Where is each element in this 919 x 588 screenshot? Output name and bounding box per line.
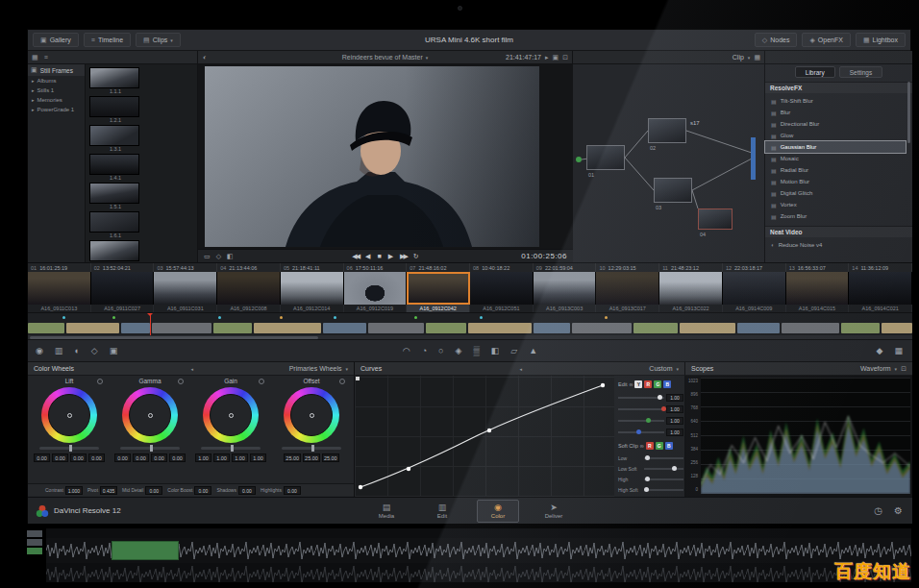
still-thumbnail[interactable] (89, 67, 139, 88)
timeline-clip-block[interactable] (28, 323, 64, 333)
gamma-color-wheel[interactable] (122, 387, 178, 443)
timeline-clip-block[interactable] (426, 323, 466, 333)
clip-thumbnail[interactable] (217, 272, 281, 305)
gallery-button[interactable]: ▣ Gallery (33, 33, 79, 47)
timeline-clip-block[interactable] (572, 323, 632, 333)
clip-name[interactable]: A16_0911C027 (91, 305, 155, 312)
adjustment-value[interactable]: 1.000 (65, 486, 83, 495)
grid-view-icon[interactable]: ▣ (553, 54, 559, 61)
play-icon[interactable]: ▸ (545, 54, 549, 61)
add-node-icon[interactable]: ▦ (754, 54, 760, 61)
still-thumbnail[interactable] (89, 211, 139, 233)
fx-item[interactable]: ▤ Zoom Blur (765, 210, 906, 222)
timeline-clip-block[interactable] (254, 323, 321, 333)
fx-item[interactable]: ◐ Reduce Noise v4 (765, 239, 906, 251)
reset-icon[interactable] (339, 379, 345, 384)
play-button-icon[interactable]: ▶ (388, 253, 393, 260)
clip-thumbnail[interactable] (849, 272, 912, 305)
slider-handle[interactable] (644, 487, 649, 492)
still-thumbnail[interactable] (89, 154, 139, 175)
gain-color-wheel[interactable] (203, 387, 259, 443)
channel-r-button[interactable]: R (644, 380, 652, 388)
image-wipe-icon[interactable]: ◐ (203, 54, 207, 61)
marker-cyan[interactable] (334, 316, 336, 319)
adjustment-value[interactable]: 0.435 (100, 486, 117, 495)
chevron-down-icon[interactable]: ▾ (345, 366, 348, 372)
timeline-clip-block[interactable] (782, 323, 839, 333)
reset-icon[interactable] (259, 379, 264, 384)
stop-icon[interactable]: ■ (377, 253, 381, 260)
page-edit[interactable]: ▥ Edit (421, 500, 463, 523)
clip-timecode-cell[interactable]: 08 10:40:18:22 (470, 263, 534, 272)
zoom-tool-icon[interactable]: ◧ (227, 253, 234, 260)
timeline-clip-block[interactable] (152, 323, 211, 333)
node-02[interactable] (648, 118, 686, 143)
timeline-clip-block[interactable] (737, 323, 780, 333)
fx-item[interactable]: ▤ Mosaic (765, 153, 906, 164)
g-channel-slider[interactable] (618, 420, 664, 422)
gallery-album-item[interactable]: ▸ PowerGrade 1 (28, 105, 85, 114)
gamma-master-slider[interactable] (120, 447, 180, 450)
timeline-clip-block[interactable] (66, 323, 119, 333)
clip-thumbnail[interactable] (596, 272, 659, 305)
timeline-clip-block[interactable] (534, 323, 570, 333)
annotate-tool-icon[interactable]: ◇ (216, 253, 221, 260)
rgb-mixer-tool-icon[interactable]: ◐ (74, 346, 79, 355)
node-input-green[interactable] (576, 157, 582, 162)
clip-timecode-cell[interactable]: 05 21:18:41:11 (281, 263, 344, 272)
power-window-tool-icon[interactable]: ○ (438, 346, 443, 355)
clip-timecode-cell[interactable]: 07 21:48:16:02 (407, 263, 470, 272)
b-channel-slider[interactable] (618, 431, 664, 433)
clips-button[interactable]: ▤ Clips ▾ (136, 33, 181, 47)
fx-section-resolvefx[interactable]: ResolveFX (765, 82, 912, 93)
blur-tool-icon[interactable]: ▒ (473, 346, 479, 355)
b-channel-value[interactable]: 1.00 (666, 429, 683, 436)
fx-item[interactable]: ▤ Gaussian Blur (765, 141, 906, 153)
node-04[interactable] (698, 208, 733, 230)
openfx-tab[interactable]: Settings (839, 66, 883, 78)
slider-track[interactable] (644, 457, 683, 459)
keyframes-icon[interactable]: ◆ (877, 346, 883, 355)
gallery-still[interactable]: 1.2.1 (89, 96, 141, 123)
node-mode-label[interactable]: Clip (733, 54, 744, 61)
gallery-album-item[interactable]: ▸ Stills 1 (28, 86, 85, 95)
gallery-album-item[interactable]: ▸ Albums (28, 76, 85, 86)
fx-item[interactable]: ▤ Directional Blur (765, 118, 906, 130)
color-wheels-tool-icon[interactable]: ◉ (36, 346, 43, 355)
crop-tool-icon[interactable]: ▭ (204, 253, 211, 260)
marker-cyan[interactable] (480, 316, 483, 319)
clip-thumbnail[interactable] (28, 272, 91, 305)
timeline-button[interactable]: ≡ Timeline (84, 33, 131, 47)
channel-b-button[interactable]: B (663, 380, 671, 388)
value-box[interactable]: 0.00 (133, 453, 149, 462)
timeline-clip-block[interactable] (841, 323, 880, 333)
gallery-album-item[interactable]: ▸ Memories (28, 95, 85, 105)
gang-link-icon[interactable]: ∞ (640, 443, 644, 449)
offset-color-wheel[interactable] (284, 387, 339, 443)
softclip-r-button[interactable]: R (646, 442, 654, 450)
value-box[interactable]: 25.00 (284, 453, 301, 462)
clip-thumbnail[interactable] (470, 272, 534, 305)
fx-item[interactable]: ▤ Tilt-Shift Blur (765, 95, 906, 107)
chevron-down-icon[interactable]: ▾ (895, 366, 898, 372)
value-box[interactable]: 1.00 (213, 453, 230, 462)
prev-clip-icon[interactable]: ◀◀ (352, 253, 359, 260)
chevron-down-icon[interactable]: ▾ (426, 55, 429, 61)
adjustment-value[interactable]: 0.00 (238, 486, 256, 495)
clip-name[interactable]: A16_0913C017 (596, 305, 659, 312)
value-box[interactable]: 25.00 (303, 453, 320, 462)
chevron-down-icon[interactable]: ▾ (748, 55, 751, 61)
reset-icon[interactable] (178, 379, 184, 384)
timeline-clip-block[interactable] (121, 323, 150, 333)
node-output-blue[interactable] (751, 137, 756, 180)
info-icon[interactable]: ▦ (894, 346, 903, 355)
timeline-clip-block[interactable] (368, 323, 424, 333)
clip-name[interactable]: A16_0912C042 (407, 305, 470, 312)
slider-track[interactable] (644, 489, 683, 491)
y-channel-value[interactable]: 1.00 (666, 394, 683, 402)
curve-graph[interactable] (355, 376, 614, 497)
fx-item[interactable]: ▤ Digital Glitch (765, 187, 906, 199)
channel-g-button[interactable]: G (654, 380, 661, 388)
still-thumbnail[interactable] (89, 240, 139, 261)
lift-master-slider[interactable] (39, 447, 99, 450)
